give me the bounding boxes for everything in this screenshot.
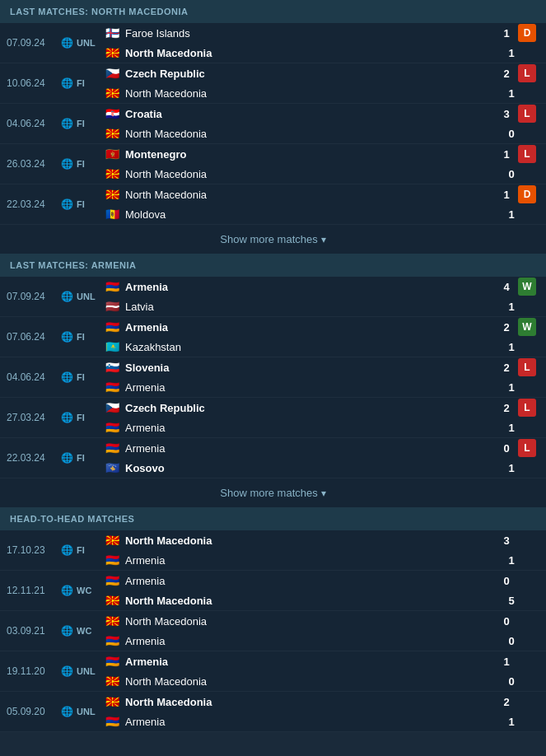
show-more-button-north-macedonia[interactable]: Show more matches ▾ bbox=[0, 225, 546, 254]
match-comp: 🌐 WC bbox=[56, 584, 99, 597]
team1-flag-icon: 🇲🇪 bbox=[104, 148, 120, 160]
match-date: 05.09.20 bbox=[0, 702, 56, 721]
team2-score: 1 bbox=[500, 86, 523, 101]
team2-cell: 🇦🇲 Armenia bbox=[99, 632, 500, 650]
team1-cell: 🇦🇲 Armenia bbox=[99, 653, 495, 670]
match-date-comp: 04.06.24 🌐 FI bbox=[0, 357, 99, 397]
match-comp: 🌐 FI bbox=[56, 330, 99, 343]
team1-score: 1 bbox=[495, 147, 518, 162]
match-teams: 🇦🇲 Armenia 0 🇲🇰 North Macedonia 5 bbox=[99, 571, 546, 610]
team2-name: Armenia bbox=[125, 554, 165, 567]
team2-cell: 🇲🇰 North Macedonia bbox=[99, 592, 500, 609]
team2-flag-icon: 🇲🇰 bbox=[104, 128, 120, 139]
team1-row: 🇦🇲 Armenia 0 L bbox=[99, 438, 546, 458]
match-row: 22.03.24 🌐 FI 🇲🇰 North Macedonia 1 D bbox=[0, 184, 546, 225]
team1-row: 🇲🇪 Montenegro 1 L bbox=[99, 144, 546, 164]
team2-cell: 🇲🇩 Moldova bbox=[99, 206, 500, 223]
team1-cell: 🇲🇰 North Macedonia bbox=[99, 613, 495, 630]
comp-label: UNL bbox=[77, 707, 96, 716]
match-date-comp: 22.03.24 🌐 FI bbox=[0, 184, 99, 224]
team2-row: 🇲🇰 North Macedonia 1 bbox=[99, 43, 546, 63]
team1-cell: 🇦🇲 Armenia bbox=[99, 440, 495, 457]
team2-name: Armenia bbox=[125, 422, 165, 434]
match-date: 22.03.24 bbox=[0, 195, 56, 213]
comp-flag-icon: 🌐 bbox=[59, 372, 74, 382]
comp-label: FI bbox=[77, 159, 85, 169]
team2-row: 🇲🇰 North Macedonia 0 bbox=[99, 124, 546, 143]
match-row: 17.10.23 🌐 FI 🇲🇰 North Macedonia 3 bbox=[0, 530, 546, 571]
team2-score: 1 bbox=[500, 339, 523, 355]
show-more-button-armenia[interactable]: Show more matches ▾ bbox=[0, 478, 546, 507]
show-more-label: Show more matches bbox=[220, 487, 318, 499]
comp-label: WC bbox=[77, 626, 91, 636]
comp-label: WC bbox=[77, 586, 91, 595]
comp-flag-icon: 🌐 bbox=[59, 78, 74, 88]
match-comp: 🌐 FI bbox=[56, 371, 99, 384]
badge-col-top: W bbox=[518, 318, 546, 336]
team1-score: 0 bbox=[495, 614, 518, 629]
match-date-comp: 04.06.24 🌐 FI bbox=[0, 104, 99, 143]
team1-score: 1 bbox=[495, 654, 518, 670]
team1-row: 🇦🇲 Armenia 2 W bbox=[99, 317, 546, 337]
team2-score: 1 bbox=[500, 460, 523, 476]
comp-label: FI bbox=[77, 199, 85, 209]
team2-name: North Macedonia bbox=[125, 128, 207, 140]
result-badge: W bbox=[518, 278, 536, 296]
comp-label: FI bbox=[77, 78, 85, 88]
team2-cell: 🇲🇰 North Macedonia bbox=[99, 166, 500, 183]
match-row: 07.09.24 🌐 UNL 🇫🇴 Faroe Islands 1 D bbox=[0, 23, 546, 63]
match-date-comp: 22.03.24 🌐 FI bbox=[0, 438, 99, 478]
team1-row: 🇲🇰 North Macedonia 2 bbox=[99, 692, 546, 712]
team2-flag-icon: 🇦🇲 bbox=[104, 635, 120, 646]
comp-flag-icon: 🌐 bbox=[59, 292, 74, 301]
match-teams: 🇦🇲 Armenia 2 W 🇰🇿 Kazakhstan 1 bbox=[99, 317, 546, 357]
comp-flag-icon: 🌐 bbox=[59, 707, 74, 716]
badge-col-top: L bbox=[518, 399, 546, 417]
team1-row: 🇭🇷 Croatia 3 L bbox=[99, 104, 546, 124]
team1-cell: 🇦🇲 Armenia bbox=[99, 278, 495, 296]
team2-score: 1 bbox=[500, 207, 523, 222]
match-comp: 🌐 FI bbox=[56, 544, 99, 557]
comp-label: UNL bbox=[77, 38, 96, 48]
match-row: 10.06.24 🌐 FI 🇨🇿 Czech Republic 2 L bbox=[0, 63, 546, 104]
team2-cell: 🇱🇻 Latvia bbox=[99, 298, 500, 315]
team1-name: North Macedonia bbox=[125, 615, 207, 628]
result-badge: D bbox=[518, 185, 536, 203]
team1-score: 3 bbox=[495, 533, 518, 548]
match-comp: 🌐 FI bbox=[56, 411, 99, 424]
match-date-comp: 03.09.21 🌐 WC bbox=[0, 611, 99, 651]
show-more-label: Show more matches bbox=[220, 233, 318, 245]
team1-flag-icon: 🇲🇰 bbox=[104, 534, 120, 546]
match-date: 10.06.24 bbox=[0, 74, 56, 92]
team2-flag-icon: 🇲🇩 bbox=[104, 208, 120, 220]
team2-name: Armenia bbox=[125, 716, 165, 728]
team1-row: 🇲🇰 North Macedonia 1 D bbox=[99, 184, 546, 204]
team2-name: North Macedonia bbox=[125, 47, 212, 59]
team2-flag-icon: 🇦🇲 bbox=[104, 554, 120, 566]
team1-name: Armenia bbox=[125, 321, 168, 334]
team1-score: 0 bbox=[495, 441, 518, 456]
comp-label: FI bbox=[77, 119, 85, 128]
match-date: 04.06.24 bbox=[0, 114, 56, 133]
match-teams: 🇨🇿 Czech Republic 2 L 🇦🇲 Armenia 1 bbox=[99, 398, 546, 437]
team1-flag-icon: 🇸🇮 bbox=[104, 362, 120, 373]
team1-row: 🇸🇮 Slovenia 2 L bbox=[99, 357, 546, 377]
team2-name: North Macedonia bbox=[125, 168, 207, 180]
team2-flag-icon: 🇦🇲 bbox=[104, 381, 120, 393]
team2-cell: 🇲🇰 North Macedonia bbox=[99, 125, 500, 142]
team2-cell: 🇰🇿 Kazakhstan bbox=[99, 338, 500, 356]
team1-name: Armenia bbox=[125, 656, 168, 668]
comp-label: FI bbox=[77, 332, 85, 342]
team2-score: 0 bbox=[500, 633, 523, 649]
team2-score: 1 bbox=[500, 420, 523, 436]
team2-cell: 🇲🇰 North Macedonia bbox=[99, 44, 500, 62]
match-row: 07.06.24 🌐 FI 🇦🇲 Armenia 2 W bbox=[0, 317, 546, 357]
match-comp: 🌐 UNL bbox=[56, 36, 99, 49]
team2-row: 🇲🇰 North Macedonia 5 bbox=[99, 590, 546, 610]
match-date-comp: 27.03.24 🌐 FI bbox=[0, 398, 99, 437]
team1-cell: 🇨🇿 Czech Republic bbox=[99, 65, 495, 82]
team1-cell: 🇦🇲 Armenia bbox=[99, 572, 495, 590]
team1-cell: 🇸🇮 Slovenia bbox=[99, 359, 495, 376]
match-teams: 🇲🇰 North Macedonia 1 D 🇲🇩 Moldova 1 bbox=[99, 184, 546, 224]
comp-flag-icon: 🌐 bbox=[59, 545, 74, 555]
